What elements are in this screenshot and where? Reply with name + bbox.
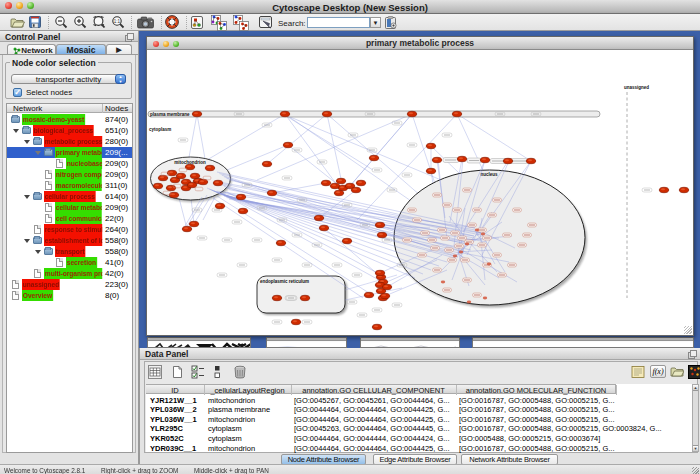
svg-text:nucleus: nucleus (480, 172, 498, 177)
svg-text:endoplasmic reticulum: endoplasmic reticulum (260, 279, 309, 284)
svg-text:unassigned: unassigned (624, 85, 649, 90)
svg-text:cytoplasm: cytoplasm (149, 127, 171, 132)
svg-text:1:1: 1:1 (114, 19, 121, 24)
svg-text:plasma membrane: plasma membrane (150, 112, 190, 117)
